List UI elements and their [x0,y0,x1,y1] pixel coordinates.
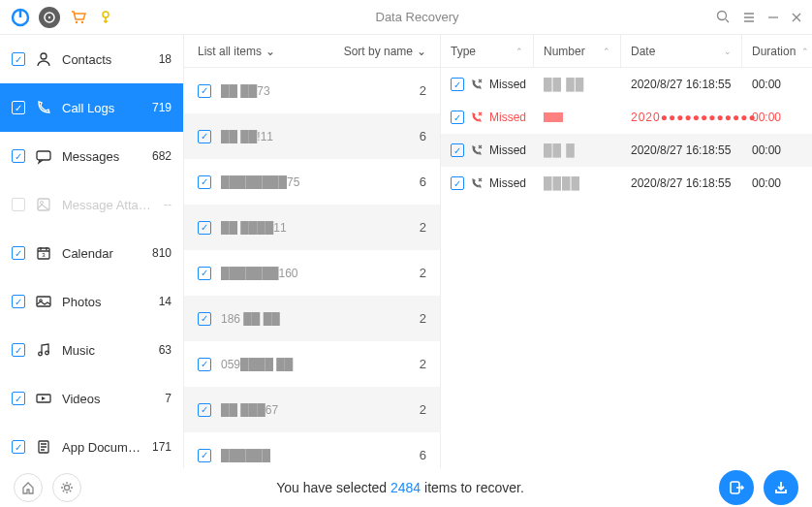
chevron-down-icon: ⌄ [724,47,732,56]
checkbox[interactable] [12,392,25,405]
titlebar-left [10,7,118,28]
export-button[interactable] [719,470,754,505]
sidebar-item-docs[interactable]: App Documents171 [0,423,183,468]
checkbox[interactable] [198,221,211,235]
window-title: Data Recovery [118,10,716,24]
phone-number: ██ ██ [544,78,584,91]
sidebar-item-attach[interactable]: Message Attach...-- [0,180,183,229]
list-item[interactable]: ██ ██732 [184,68,440,113]
svg-point-15 [39,352,43,356]
contact-count: 2 [420,220,426,235]
search-icon[interactable] [716,10,731,24]
chevron-down-icon: ⌄ [265,45,275,58]
contact-count: 2 [420,266,426,280]
settings-button[interactable] [52,473,81,502]
checkbox[interactable] [12,246,25,260]
checkbox[interactable] [12,343,25,357]
menu-icon[interactable] [742,11,756,24]
sidebar-count: 682 [152,149,172,163]
home-button[interactable] [14,473,43,502]
titlebar-right [716,10,802,24]
checkbox[interactable] [198,175,211,189]
sidebar-label: App Documents [62,440,142,455]
col-duration[interactable]: Duration⌃ [742,35,812,67]
checkbox[interactable] [198,403,211,417]
col-type[interactable]: Type⌃ [441,35,534,67]
call-row[interactable]: Missed██ ██2020/8/27 16:18:5500:00 [441,68,812,101]
docs-icon [35,438,52,456]
contact-name: ██ ██!11 [221,130,410,143]
checkbox[interactable] [198,358,211,371]
call-row[interactable]: Missed2020●●●●●●●●●●●●00:00 [441,101,812,134]
checkbox[interactable] [12,52,25,66]
titlebar: Data Recovery [0,0,812,35]
minimize-icon[interactable] [767,12,779,23]
checkbox[interactable] [12,198,25,211]
sidebar-item-music[interactable]: Music63 [0,326,183,374]
checkbox[interactable] [198,267,211,280]
list-all-label: List all items [198,45,262,58]
detail-pane: Type⌃ Number⌃ Date⌄ Duration⌃ Missed██ █… [441,35,812,468]
checkbox[interactable] [451,176,464,190]
sidebar-item-photos[interactable]: Photos14 [0,277,183,326]
contact-count: 6 [420,129,426,143]
phone-number: ████ [544,176,580,190]
list-item[interactable]: 186 ██ ██2 [184,296,440,341]
missed-call-icon [470,176,484,190]
checkbox[interactable] [198,84,211,98]
sidebar-label: Photos [62,295,149,309]
list-item[interactable]: 059████ ██2 [184,341,440,387]
col-date[interactable]: Date⌄ [621,35,742,67]
list-item[interactable]: ██ ████112 [184,205,440,250]
svg-point-5 [103,12,109,17]
detail-list: Missed██ ██2020/8/27 16:18:5500:00Missed… [441,68,812,468]
cart-icon[interactable] [68,7,89,28]
list-all-dropdown[interactable]: List all items ⌄ [198,45,275,58]
sort-dropdown[interactable]: Sort by name ⌄ [344,45,426,58]
sidebar: Contacts18Call Logs719Messages682Message… [0,35,184,468]
list-item[interactable]: ███████1602 [184,250,440,296]
middle-list: ██ ██732██ ██!116████████756██ ████112██… [184,68,440,468]
recovery-mode-icon[interactable] [39,7,60,28]
messages-icon [35,147,52,165]
close-icon[interactable] [791,12,802,23]
checkbox[interactable] [198,449,211,462]
checkbox[interactable] [12,440,25,454]
sidebar-label: Messages [62,149,142,164]
checkbox[interactable] [198,312,211,326]
list-item[interactable]: ████████756 [184,159,440,205]
sidebar-item-videos[interactable]: Videos7 [0,374,183,423]
calllogs-icon [35,99,52,116]
checkbox[interactable] [451,78,464,91]
checkbox[interactable] [12,149,25,163]
checkbox[interactable] [198,130,211,143]
sidebar-item-messages[interactable]: Messages682 [0,132,183,180]
checkbox[interactable] [12,101,25,114]
contact-count: 2 [420,402,426,417]
call-type: Missed [489,111,526,124]
list-item[interactable]: ██ ███672 [184,387,440,432]
selected-count: 2484 [390,480,421,495]
list-item[interactable]: ██ ██!116 [184,113,440,159]
checkbox[interactable] [451,143,464,157]
svg-point-10 [41,202,44,205]
footer-left [14,473,81,502]
sidebar-item-contacts[interactable]: Contacts18 [0,35,183,83]
checkbox[interactable] [451,111,464,124]
checkbox[interactable] [12,295,25,308]
svg-text:3: 3 [42,252,46,258]
call-row[interactable]: Missed██ █2020/8/27 16:18:5500:00 [441,134,812,167]
svg-point-3 [76,20,78,22]
middle-header: List all items ⌄ Sort by name ⌄ [184,35,440,68]
contact-count: 2 [420,83,426,98]
list-item[interactable]: ██████6 [184,432,440,468]
call-row[interactable]: Missed████2020/8/27 16:18:5500:00 [441,167,812,200]
svg-rect-13 [37,297,50,306]
recover-button[interactable] [764,470,798,505]
key-icon[interactable] [97,7,118,28]
call-date: 2020/8/27 16:18:55 [631,176,731,190]
logo-icon[interactable] [10,7,31,28]
sidebar-item-calllogs[interactable]: Call Logs719 [0,83,183,132]
col-number[interactable]: Number⌃ [534,35,621,67]
sidebar-item-calendar[interactable]: 3Calendar810 [0,229,183,277]
